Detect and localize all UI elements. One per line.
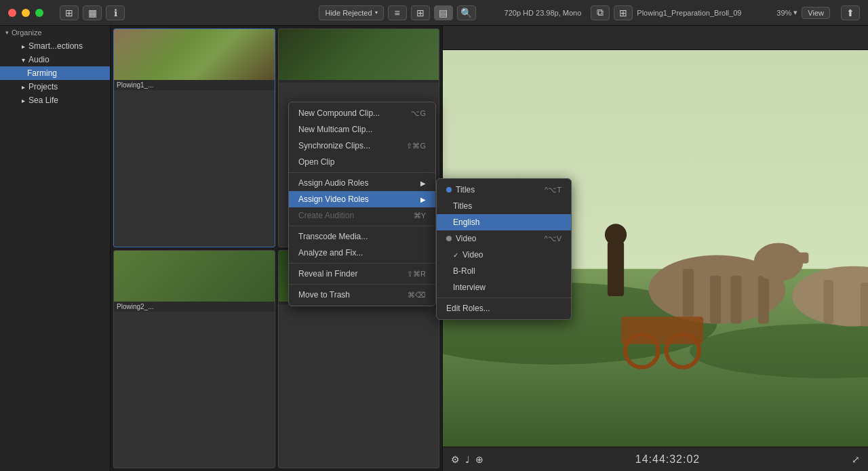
svg-rect-6 (730, 276, 741, 324)
ctx-assign-audio[interactable]: Assign Audio Roles ▶ (289, 175, 435, 191)
expand-icon[interactable]: ⊞ (614, 5, 633, 20)
share-icon[interactable]: ⬆ (841, 5, 860, 20)
folder-icon: ▸ (22, 43, 25, 50)
clip-label: Plowing2_... (114, 302, 275, 312)
check-icon: ✓ (453, 251, 458, 259)
settings-icon[interactable]: ⚙ (451, 454, 460, 465)
ctx-new-multicam[interactable]: New Multicam Clip... (289, 121, 435, 138)
zoom-in-icon[interactable]: ⊕ (475, 454, 484, 465)
clip-thumbnail (114, 29, 275, 80)
titlebar: ⊞ ▦ ℹ Hide Rejected ▾ ≡ ⊞ ▤ 🔍 720p HD 23… (0, 0, 868, 26)
hide-rejected-btn[interactable]: Hide Rejected ▾ (319, 5, 383, 20)
list-view-icon[interactable]: ▤ (434, 5, 453, 20)
main-area: ▾ Organize ▸ Smart...ections ▾ Audio Far… (0, 26, 868, 471)
ctx-open-clip[interactable]: Open Clip (289, 154, 435, 170)
folder-icon: ▸ (22, 97, 25, 104)
svg-rect-7 (758, 276, 769, 324)
filter-icon[interactable]: ≡ (388, 5, 407, 20)
library-icon[interactable]: ⊞ (60, 5, 79, 20)
submenu-arrow-icon: ▶ (420, 196, 426, 203)
zoom-label: 39% ▾ (776, 8, 797, 17)
external-display-icon[interactable]: ⧉ (591, 5, 610, 20)
fullscreen-icon[interactable]: ⤢ (852, 454, 860, 465)
clip-thumb[interactable]: Plowing2_... (113, 250, 275, 469)
ctx-create-audition: Create Audition ⌘Y (289, 207, 435, 224)
maximize-button[interactable] (35, 9, 43, 17)
submenu-arrow-icon: ▶ (420, 180, 426, 187)
ctx-synchronize[interactable]: Synchronize Clips... ⇧⌘G (289, 138, 435, 154)
sidebar: ▾ Organize ▸ Smart...ections ▾ Audio Far… (0, 26, 111, 471)
grid-view-icon[interactable]: ⊞ (411, 5, 430, 20)
clip-thumbnail (279, 29, 439, 80)
ctx-assign-video[interactable]: Assign Video Roles ▶ (289, 191, 435, 207)
svg-rect-21 (621, 316, 703, 344)
clip-name-label: Plowing1_Preparation_Broll_09 (637, 9, 772, 17)
close-button[interactable] (8, 9, 16, 17)
minimize-button[interactable] (22, 9, 30, 17)
sub-edit-roles[interactable]: Edit Roles... (437, 300, 571, 316)
browser-panel: Plowing1_... Plowing2_... New Compound C… (111, 26, 443, 471)
clip-label: Plowing1_... (114, 80, 275, 90)
sub-video-check[interactable]: ✓ Video (437, 247, 571, 263)
clip-thumb[interactable]: Plowing1_... (113, 28, 275, 247)
svg-rect-10 (792, 253, 808, 264)
sub-english[interactable]: English (437, 214, 571, 230)
sidebar-item-farming[interactable]: Farming (0, 66, 110, 80)
sidebar-organize-header[interactable]: ▾ Organize (0, 26, 110, 39)
svg-rect-17 (608, 241, 624, 296)
sidebar-item-projects[interactable]: ▸ Projects (0, 80, 110, 94)
ctx-analyze[interactable]: Analyze and Fix... (289, 245, 435, 261)
sub-titles-role[interactable]: Titles ^⌥T (437, 182, 571, 198)
ctx-separator (289, 172, 435, 173)
svg-rect-13 (861, 283, 868, 327)
preview-toolbar (443, 26, 868, 50)
sidebar-item-smart-collections[interactable]: ▸ Smart...ections (0, 39, 110, 53)
sub-interview[interactable]: Interview (437, 279, 571, 295)
folder-icon: ▸ (22, 83, 25, 91)
svg-rect-8 (710, 276, 721, 324)
svg-point-18 (605, 224, 627, 245)
timecode-display: 14:44:32:02 (635, 453, 701, 466)
sub-titles-english-parent[interactable]: Titles (437, 198, 571, 214)
arrow-icon: ▾ (5, 29, 9, 36)
clip-label (279, 80, 439, 83)
chevron-down-icon: ▾ (375, 9, 378, 16)
folder-icon: ▾ (22, 56, 25, 64)
sidebar-item-audio[interactable]: ▾ Audio (0, 53, 110, 66)
svg-rect-12 (824, 280, 833, 324)
ctx-new-compound[interactable]: New Compound Clip... ⌥G (289, 105, 435, 121)
sub-video-role[interactable]: Video ^⌥V (437, 230, 571, 247)
sidebar-item-sea-life[interactable]: ▸ Sea Life (0, 94, 110, 107)
role-dot-icon (446, 187, 452, 192)
ctx-separator (289, 263, 435, 264)
sub-broll[interactable]: B-Roll (437, 263, 571, 279)
ctx-move-trash[interactable]: Move to Trash ⌘⌫ (289, 287, 435, 303)
resolution-label: 720p HD 23.98p, Mono (505, 9, 582, 17)
audio-icon[interactable]: ♩ (465, 454, 470, 465)
inspector-icon[interactable]: ℹ (106, 5, 125, 20)
ctx-reveal-finder[interactable]: Reveal in Finder ⇧⌘R (289, 266, 435, 282)
sub-separator (437, 298, 571, 298)
clip-thumbnail (114, 251, 275, 302)
ctx-separator (289, 284, 435, 285)
view-button[interactable]: View (802, 7, 830, 19)
search-icon[interactable]: 🔍 (457, 5, 476, 20)
context-menu: New Compound Clip... ⌥G New Multicam Cli… (288, 102, 436, 306)
role-dot-icon (446, 236, 452, 241)
ctx-separator (289, 226, 435, 226)
chevron-down-icon: ▾ (793, 8, 797, 17)
preview-controls: ⚙ ♩ ⊕ 14:44:32:02 ⤢ (443, 447, 868, 471)
ctx-transcode[interactable]: Transcode Media... (289, 228, 435, 245)
clips-icon[interactable]: ▦ (83, 5, 102, 20)
submenu-video-roles: Titles ^⌥T Titles English Video ^⌥V (436, 178, 572, 320)
svg-rect-5 (683, 269, 694, 317)
